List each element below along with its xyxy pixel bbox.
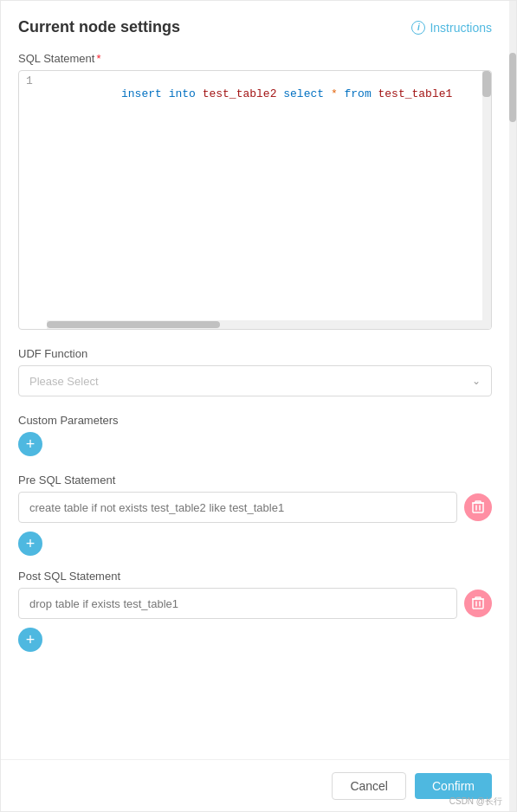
- pre-sql-row: [18, 492, 492, 523]
- add-custom-param-button[interactable]: +: [18, 432, 42, 456]
- code-text: insert into test_table2 select * from te…: [54, 74, 452, 113]
- post-sql-section: Post SQL Statement +: [18, 570, 492, 652]
- pre-sql-section: Pre SQL Statement +: [18, 474, 492, 556]
- watermark: CSDN @长行: [449, 796, 502, 808]
- post-sql-row: [18, 588, 492, 619]
- add-pre-sql-button[interactable]: +: [18, 532, 42, 556]
- udf-placeholder: Please Select: [29, 375, 99, 388]
- add-post-sql-button[interactable]: +: [18, 628, 42, 652]
- confirm-button[interactable]: Confirm: [415, 773, 492, 799]
- pre-sql-label: Pre SQL Statement: [18, 474, 492, 487]
- custom-params-section: Custom Parameters +: [18, 414, 492, 456]
- info-icon: i: [411, 21, 425, 35]
- chevron-down-icon: ⌄: [472, 375, 481, 387]
- required-marker: *: [96, 52, 100, 65]
- kw-insert: insert: [121, 87, 169, 100]
- udf-label: UDF Function: [18, 347, 492, 360]
- kw-select: select: [283, 87, 331, 100]
- content-area: Current node settings i Instructions SQL…: [1, 1, 509, 811]
- tbl-name2: test_table1: [378, 87, 453, 100]
- code-vscroll-thumb: [482, 71, 491, 97]
- delete-post-sql-button[interactable]: [464, 590, 492, 617]
- kw-from: from: [344, 87, 378, 100]
- add-icon-pre: +: [26, 536, 36, 551]
- add-icon-post: +: [26, 632, 36, 648]
- pre-sql-input[interactable]: [18, 492, 457, 523]
- code-hscroll[interactable]: [47, 320, 491, 329]
- custom-params-label: Custom Parameters: [18, 414, 492, 427]
- code-hscroll-thumb: [47, 321, 220, 328]
- add-icon: +: [26, 436, 36, 452]
- instructions-label: Instructions: [430, 21, 492, 35]
- post-sql-input[interactable]: [18, 588, 457, 619]
- kw-star: *: [331, 87, 345, 100]
- udf-section: UDF Function Please Select ⌄: [18, 347, 492, 396]
- sql-statement-label: SQL Statement*: [18, 52, 492, 65]
- scrollbar-thumb: [509, 53, 516, 122]
- cancel-button[interactable]: Cancel: [332, 772, 406, 800]
- code-line-1: 1 insert into test_table2 select * from …: [19, 71, 491, 117]
- line-number: 1: [26, 74, 47, 87]
- code-editor[interactable]: 1 insert into test_table2 select * from …: [18, 70, 492, 330]
- instructions-link[interactable]: i Instructions: [411, 21, 492, 35]
- delete-pre-sql-button[interactable]: [464, 493, 492, 521]
- post-sql-label: Post SQL Statement: [18, 570, 492, 583]
- tbl-name1: test_table2: [203, 87, 284, 100]
- udf-dropdown[interactable]: Please Select ⌄: [18, 365, 492, 396]
- code-vscroll[interactable]: [482, 71, 491, 320]
- panel: Current node settings i Instructions SQL…: [0, 0, 517, 812]
- header: Current node settings i Instructions: [18, 15, 492, 36]
- svg-rect-1: [473, 599, 483, 609]
- trash-icon-post: [472, 596, 484, 612]
- trash-icon: [472, 499, 484, 516]
- footer: Cancel Confirm: [1, 759, 509, 811]
- scrollbar[interactable]: [509, 1, 516, 811]
- page-title: Current node settings: [18, 18, 180, 36]
- kw-into: into: [169, 87, 203, 100]
- svg-rect-0: [473, 503, 483, 512]
